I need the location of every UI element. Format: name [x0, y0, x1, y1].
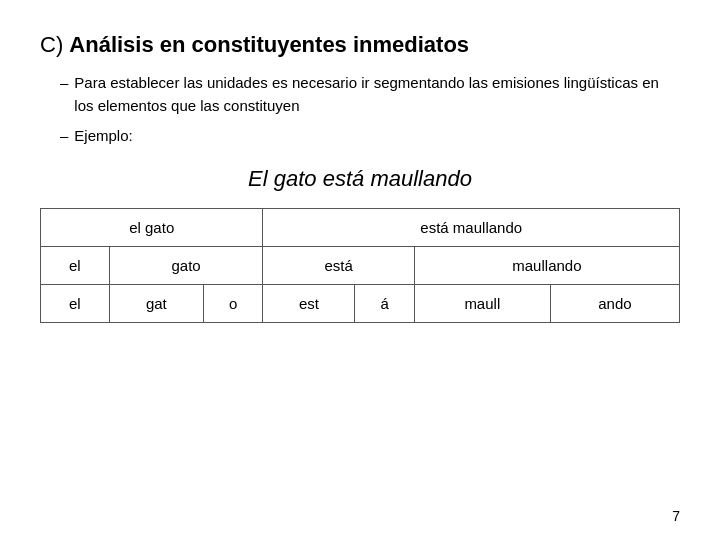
page: C) Análisis en constituyentes inmediatos… [0, 0, 720, 343]
cell-ando-r3: ando [550, 284, 679, 322]
bullet-text-2: Ejemplo: [74, 125, 132, 148]
cell-el-gato: el gato [41, 208, 263, 246]
cell-maull-r3: maull [414, 284, 550, 322]
cell-gat-r3: gat [109, 284, 203, 322]
page-number: 7 [672, 508, 680, 524]
bullet-item-1: – Para establecer las unidades es necesa… [60, 72, 680, 117]
cell-esta-maullando: está maullando [263, 208, 680, 246]
table-row-2: el gato está maullando [41, 246, 680, 284]
ejemplo-title: El gato está maullando [40, 166, 680, 192]
title-prefix: C) [40, 32, 69, 57]
cell-el-r2: el [41, 246, 110, 284]
section-title: C) Análisis en constituyentes inmediatos [40, 32, 680, 58]
dash-1: – [60, 72, 68, 95]
cell-est-r3: est [263, 284, 355, 322]
cell-o-r3: o [204, 284, 263, 322]
table-row-3: el gat o est á maull ando [41, 284, 680, 322]
bullet-text-1: Para establecer las unidades es necesari… [74, 72, 680, 117]
title-main: Análisis en constituyentes inmediatos [69, 32, 469, 57]
cell-maullando-r2: maullando [414, 246, 679, 284]
table-row-1: el gato está maullando [41, 208, 680, 246]
table-wrapper: el gato está maullando el gato está maul… [40, 208, 680, 323]
bullet-list: – Para establecer las unidades es necesa… [60, 72, 680, 148]
cell-a-r3: á [355, 284, 414, 322]
bullet-item-2: – Ejemplo: [60, 125, 680, 148]
cell-esta-r2: está [263, 246, 414, 284]
cell-el-r3: el [41, 284, 110, 322]
analysis-table: el gato está maullando el gato está maul… [40, 208, 680, 323]
cell-gato-r2: gato [109, 246, 263, 284]
dash-2: – [60, 125, 68, 148]
